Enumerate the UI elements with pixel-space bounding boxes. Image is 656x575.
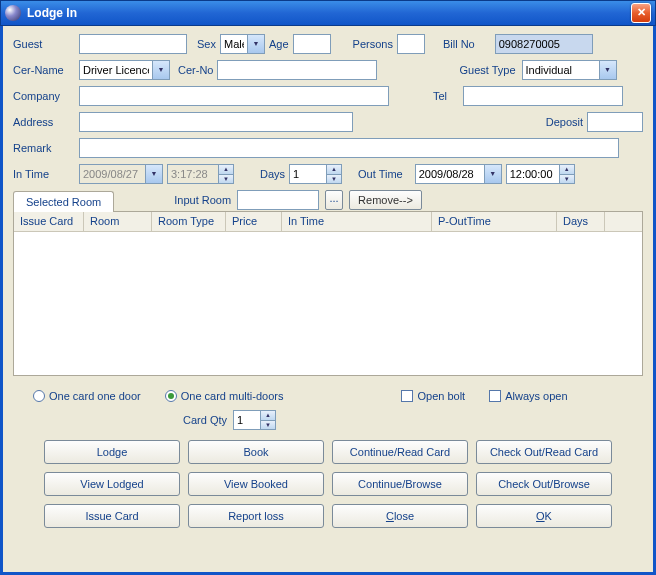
- guest-input[interactable]: [79, 34, 187, 54]
- title-bar: Lodge In ✕: [0, 0, 656, 26]
- col-pouttime[interactable]: P-OutTime: [432, 212, 557, 231]
- app-icon: [5, 5, 21, 21]
- outtime-label: Out Time: [358, 168, 403, 180]
- close-button[interactable]: Close: [332, 504, 468, 528]
- ok-button[interactable]: OK: [476, 504, 612, 528]
- remark-input[interactable]: [79, 138, 619, 158]
- inputroom-input[interactable]: [237, 190, 319, 210]
- view-booked-button[interactable]: View Booked: [188, 472, 324, 496]
- lodge-button[interactable]: Lodge: [44, 440, 180, 464]
- tab-selected-room[interactable]: Selected Room: [13, 191, 114, 212]
- billno-label: Bill No: [443, 38, 475, 50]
- continue-readcard-button[interactable]: Continue/Read Card: [332, 440, 468, 464]
- issue-card-button[interactable]: Issue Card: [44, 504, 180, 528]
- view-lodged-button[interactable]: View Lodged: [44, 472, 180, 496]
- col-roomtype[interactable]: Room Type: [152, 212, 226, 231]
- cardqty-spinner[interactable]: ▲▼: [233, 410, 276, 430]
- chevron-down-icon[interactable]: ▼: [145, 165, 162, 183]
- age-label: Age: [269, 38, 289, 50]
- radio-icon: [165, 390, 177, 402]
- sex-label: Sex: [197, 38, 216, 50]
- check-open-bolt[interactable]: Open bolt: [401, 390, 465, 402]
- indate-select[interactable]: ▼: [79, 164, 163, 184]
- address-label: Address: [13, 116, 75, 128]
- chevron-down-icon[interactable]: ▼: [152, 61, 169, 79]
- address-input[interactable]: [79, 112, 353, 132]
- check-always-open[interactable]: Always open: [489, 390, 567, 402]
- tel-label: Tel: [433, 90, 447, 102]
- checkout-readcard-button[interactable]: Check Out/Read Card: [476, 440, 612, 464]
- intime-label: In Time: [13, 168, 75, 180]
- age-input[interactable]: [293, 34, 331, 54]
- days-spinner[interactable]: ▲▼: [289, 164, 342, 184]
- report-loss-button[interactable]: Report loss: [188, 504, 324, 528]
- radio-multi-doors[interactable]: One card multi-doors: [165, 390, 284, 402]
- persons-input[interactable]: [397, 34, 425, 54]
- close-icon[interactable]: ✕: [631, 3, 651, 23]
- cername-label: Cer-Name: [13, 64, 75, 76]
- chevron-down-icon[interactable]: ▼: [247, 35, 264, 53]
- intime-spinner[interactable]: ▲▼: [167, 164, 234, 184]
- radio-one-door[interactable]: One card one door: [33, 390, 141, 402]
- chevron-down-icon[interactable]: ▼: [484, 165, 501, 183]
- window-body: Guest Sex ▼ Age Persons Bill No Cer-Name…: [0, 26, 656, 575]
- company-label: Company: [13, 90, 75, 102]
- cardqty-label: Card Qty: [183, 414, 227, 426]
- cerno-input[interactable]: [217, 60, 377, 80]
- inputroom-label: Input Room: [174, 194, 231, 206]
- col-price[interactable]: Price: [226, 212, 282, 231]
- guesttype-label: Guest Type: [459, 64, 515, 76]
- radio-icon: [33, 390, 45, 402]
- cerno-label: Cer-No: [178, 64, 213, 76]
- persons-label: Persons: [353, 38, 393, 50]
- book-button[interactable]: Book: [188, 440, 324, 464]
- col-days[interactable]: Days: [557, 212, 605, 231]
- outdate-select[interactable]: ▼: [415, 164, 502, 184]
- guest-label: Guest: [13, 38, 75, 50]
- chevron-down-icon[interactable]: ▼: [599, 61, 616, 79]
- remark-label: Remark: [13, 142, 75, 154]
- browse-room-button[interactable]: ...: [325, 190, 343, 210]
- col-room[interactable]: Room: [84, 212, 152, 231]
- room-table[interactable]: Issue Card Room Room Type Price In Time …: [13, 211, 643, 376]
- deposit-label: Deposit: [546, 116, 583, 128]
- checkout-browse-button[interactable]: Check Out/Browse: [476, 472, 612, 496]
- window-title: Lodge In: [27, 6, 631, 20]
- company-input[interactable]: [79, 86, 389, 106]
- checkbox-icon: [489, 390, 501, 402]
- sex-select[interactable]: ▼: [220, 34, 265, 54]
- col-issuecard[interactable]: Issue Card: [14, 212, 84, 231]
- guesttype-select[interactable]: ▼: [522, 60, 617, 80]
- continue-browse-button[interactable]: Continue/Browse: [332, 472, 468, 496]
- cername-select[interactable]: ▼: [79, 60, 170, 80]
- outtime-spinner[interactable]: ▲▼: [506, 164, 575, 184]
- deposit-input[interactable]: [587, 112, 643, 132]
- col-intime[interactable]: In Time: [282, 212, 432, 231]
- days-label: Days: [260, 168, 285, 180]
- billno-input[interactable]: [495, 34, 593, 54]
- remove-button[interactable]: Remove-->: [349, 190, 422, 210]
- tel-input[interactable]: [463, 86, 623, 106]
- table-header: Issue Card Room Room Type Price In Time …: [14, 212, 642, 232]
- checkbox-icon: [401, 390, 413, 402]
